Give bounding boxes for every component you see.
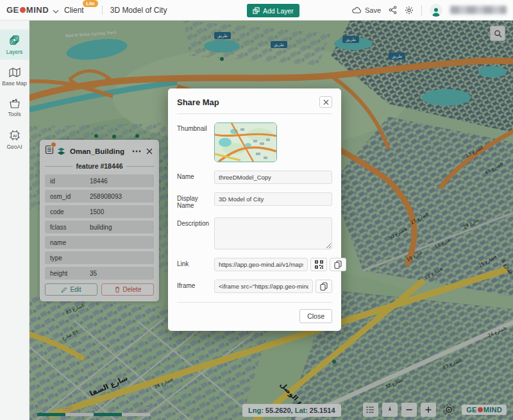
name-input[interactable] bbox=[214, 171, 332, 184]
lite-badge: Lite bbox=[83, 0, 97, 7]
chevron-down-icon[interactable] bbox=[53, 10, 59, 13]
app-window: GE MIND Client Lite 3D Model of City Add… bbox=[0, 0, 513, 420]
top-header: GE MIND Client Lite 3D Model of City Add… bbox=[0, 0, 513, 21]
add-layer-icon bbox=[253, 7, 260, 14]
qr-code-button[interactable] bbox=[310, 258, 327, 271]
geomind-logo: GE MIND bbox=[6, 5, 49, 15]
name-label: Name bbox=[177, 171, 214, 184]
map-thumbnail bbox=[214, 122, 277, 162]
copy-link-button[interactable] bbox=[330, 258, 346, 271]
logo-text-left: GE bbox=[6, 5, 19, 15]
left-sidebar: Layers Base Map Tools AI GeoAI bbox=[0, 21, 29, 420]
tools-icon bbox=[8, 98, 21, 109]
sidebar-item-geoai[interactable]: AI GeoAI bbox=[0, 124, 29, 155]
copy-icon bbox=[320, 282, 328, 290]
display-name-input[interactable] bbox=[214, 192, 332, 206]
header-divider bbox=[102, 6, 103, 15]
map-viewport: طريق طريق طريق طريق شارع الصفا شارع الوص… bbox=[29, 21, 513, 420]
save-button[interactable]: Save bbox=[352, 6, 381, 14]
close-button[interactable]: Close bbox=[299, 309, 332, 323]
link-label: Link bbox=[177, 258, 214, 271]
close-icon bbox=[323, 99, 329, 105]
layers-icon bbox=[8, 34, 21, 47]
iframe-label: Iframe bbox=[177, 280, 214, 293]
link-input[interactable] bbox=[214, 258, 308, 271]
add-layer-label: Add Layer bbox=[263, 7, 294, 15]
description-textarea[interactable] bbox=[214, 217, 332, 249]
thumbnail-label: Thumbnail bbox=[177, 122, 214, 162]
settings-button[interactable] bbox=[405, 6, 414, 15]
add-layer-button[interactable]: Add Layer bbox=[247, 4, 299, 17]
sidebar-label: Layers bbox=[6, 49, 23, 55]
avatar[interactable] bbox=[430, 4, 442, 17]
gear-icon bbox=[405, 6, 414, 15]
logo-text-right: MIND bbox=[26, 5, 49, 15]
header-divider-2 bbox=[421, 5, 422, 15]
geoai-chip-icon: AI bbox=[8, 129, 21, 142]
share-button[interactable] bbox=[389, 6, 397, 14]
sidebar-label: Base Map bbox=[2, 80, 26, 87]
display-name-label: Display Name bbox=[177, 192, 214, 209]
user-icon bbox=[431, 6, 441, 17]
sidebar-item-base-map[interactable]: Base Map bbox=[0, 62, 29, 91]
sidebar-item-layers[interactable]: Layers bbox=[0, 29, 29, 60]
divider bbox=[177, 113, 332, 114]
copy-icon bbox=[334, 260, 342, 269]
description-label: Description bbox=[177, 217, 214, 249]
qr-code-icon bbox=[315, 260, 323, 269]
globe-icon bbox=[20, 7, 26, 13]
sidebar-item-tools[interactable]: Tools bbox=[0, 94, 29, 122]
copy-iframe-button[interactable] bbox=[315, 280, 332, 293]
sidebar-label: GeoAI bbox=[6, 144, 22, 150]
share-icon bbox=[389, 6, 397, 14]
divider bbox=[177, 302, 332, 303]
map-title: 3D Model of City bbox=[110, 6, 167, 15]
thumbnail-image bbox=[215, 123, 276, 162]
workspace-switcher[interactable]: Client Lite bbox=[64, 6, 84, 15]
cloud-save-icon bbox=[352, 6, 362, 14]
iframe-input[interactable] bbox=[214, 280, 313, 293]
svg-text:AI: AI bbox=[13, 134, 17, 138]
modal-close-button[interactable] bbox=[319, 96, 332, 108]
user-name-redacted bbox=[450, 6, 507, 14]
base-map-icon bbox=[8, 67, 21, 78]
share-map-modal: Share Map Thumbnail bbox=[168, 88, 341, 331]
workspace-label: Client bbox=[64, 6, 84, 15]
save-label: Save bbox=[365, 6, 381, 14]
sidebar-label: Tools bbox=[8, 111, 21, 117]
modal-title: Share Map bbox=[177, 97, 219, 107]
